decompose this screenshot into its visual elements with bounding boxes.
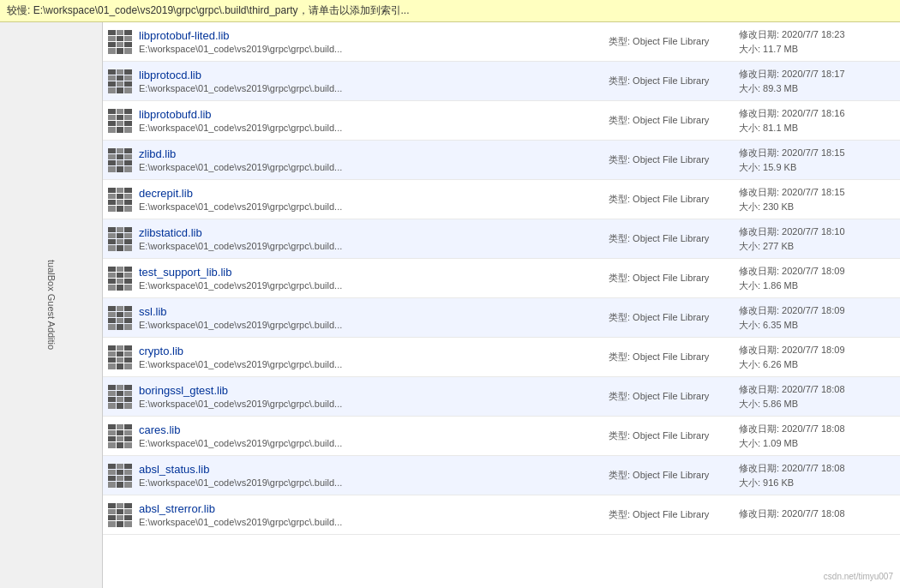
file-name[interactable]: crypto.lib (139, 345, 602, 357)
file-info: absl_status.libE:\workspace\01_code\vs20… (139, 463, 602, 488)
file-path: E:\workspace\01_code\vs2019\grpc\grpc\.b… (139, 123, 602, 133)
file-date: 修改日期: 2020/7/7 18:09 (739, 344, 893, 357)
file-name[interactable]: cares.lib (139, 423, 602, 436)
file-meta: 修改日期: 2020/7/7 18:15大小: 15.9 KB (739, 147, 893, 174)
file-path: E:\workspace\01_code\vs2019\grpc\grpc\.b… (139, 241, 602, 251)
file-name[interactable]: test_support_lib.lib (139, 266, 602, 279)
file-meta: 修改日期: 2020/7/7 18:09大小: 6.35 MB (739, 304, 893, 332)
file-meta: 修改日期: 2020/7/7 18:08大小: 1.09 MB (739, 423, 893, 450)
file-row[interactable]: crypto.libE:\workspace\01_code\vs2019\gr… (103, 338, 900, 377)
file-name[interactable]: absl_strerror.lib (139, 502, 602, 515)
file-name[interactable]: libprotocd.lib (139, 69, 602, 81)
file-row[interactable]: libprotobuf-lited.libE:\workspace\01_cod… (103, 22, 900, 62)
file-row[interactable]: libprotobufd.libE:\workspace\01_code\vs2… (103, 101, 900, 141)
file-date: 修改日期: 2020/7/7 18:15 (739, 147, 893, 159)
file-size: 大小: 230 KB (739, 201, 893, 213)
file-name[interactable]: decrepit.lib (139, 187, 602, 200)
file-type: 类型: Object File Library (602, 429, 739, 442)
file-icon (106, 345, 134, 369)
file-name[interactable]: zlibd.lib (139, 147, 602, 160)
file-size: 大小: 916 KB (739, 477, 893, 489)
file-name[interactable]: boringssl_gtest.lib (139, 384, 602, 397)
file-date: 修改日期: 2020/7/7 18:15 (739, 186, 893, 199)
file-icon (106, 385, 134, 409)
file-name[interactable]: libprotobuf-lited.lib (139, 29, 602, 42)
file-date: 修改日期: 2020/7/7 18:16 (739, 107, 893, 120)
file-type: 类型: Object File Library (602, 35, 739, 48)
file-row[interactable]: boringssl_gtest.libE:\workspace\01_code\… (103, 377, 900, 417)
file-row[interactable]: absl_strerror.libE:\workspace\01_code\vs… (103, 495, 900, 535)
index-notification-bar[interactable]: 较慢: E:\workspace\01_code\vs2019\grpc\grp… (0, 0, 900, 22)
file-name[interactable]: absl_status.lib (139, 463, 602, 476)
file-path: E:\workspace\01_code\vs2019\grpc\grpc\.b… (139, 320, 602, 330)
file-meta: 修改日期: 2020/7/7 18:10大小: 277 KB (739, 225, 893, 253)
file-path: E:\workspace\01_code\vs2019\grpc\grpc\.b… (139, 162, 602, 172)
file-name[interactable]: zlibstaticd.lib (139, 226, 602, 239)
file-date: 修改日期: 2020/7/7 18:23 (739, 28, 893, 41)
file-row[interactable]: zlibd.libE:\workspace\01_code\vs2019\grp… (103, 141, 900, 180)
file-meta: 修改日期: 2020/7/7 18:08大小: 916 KB (739, 462, 893, 489)
file-type: 类型: Object File Library (602, 232, 739, 245)
file-icon (106, 109, 134, 133)
file-icon (106, 424, 134, 448)
file-row[interactable]: ssl.libE:\workspace\01_code\vs2019\grpc\… (103, 298, 900, 338)
file-meta: 修改日期: 2020/7/7 18:08大小: 5.86 MB (739, 383, 893, 411)
file-icon (106, 267, 134, 291)
file-type: 类型: Object File Library (602, 311, 739, 324)
file-name[interactable]: ssl.lib (139, 305, 602, 318)
file-meta: 修改日期: 2020/7/7 18:08 (739, 507, 893, 522)
file-info: libprotocd.libE:\workspace\01_code\vs201… (139, 69, 602, 93)
file-list-container[interactable]: libprotobuf-lited.libE:\workspace\01_cod… (103, 22, 900, 588)
file-row[interactable]: libprotocd.libE:\workspace\01_code\vs201… (103, 62, 900, 101)
file-name[interactable]: libprotobufd.lib (139, 108, 602, 121)
file-icon (106, 227, 134, 251)
file-row[interactable]: absl_status.libE:\workspace\01_code\vs20… (103, 456, 900, 495)
file-icon (106, 69, 134, 93)
file-date: 修改日期: 2020/7/7 18:08 (739, 462, 893, 475)
notification-text: 较慢: E:\workspace\01_code\vs2019\grpc\grp… (7, 4, 410, 16)
file-info: libprotobufd.libE:\workspace\01_code\vs2… (139, 108, 602, 133)
file-date: 修改日期: 2020/7/7 18:08 (739, 507, 893, 520)
file-size: 大小: 11.7 MB (739, 43, 893, 56)
file-info: ssl.libE:\workspace\01_code\vs2019\grpc\… (139, 305, 602, 330)
file-info: crypto.libE:\workspace\01_code\vs2019\gr… (139, 345, 602, 369)
file-date: 修改日期: 2020/7/7 18:08 (739, 423, 893, 435)
file-type: 类型: Object File Library (602, 469, 739, 482)
file-icon (106, 148, 134, 172)
file-type: 类型: Object File Library (602, 75, 739, 87)
file-meta: 修改日期: 2020/7/7 18:17大小: 89.3 MB (739, 68, 893, 95)
file-info: test_support_lib.libE:\workspace\01_code… (139, 266, 602, 291)
left-panel-label: tualBox Guest Additio (46, 260, 57, 350)
file-type: 类型: Object File Library (602, 508, 739, 521)
file-row[interactable]: decrepit.libE:\workspace\01_code\vs2019\… (103, 180, 900, 219)
file-type: 类型: Object File Library (602, 351, 739, 363)
file-date: 修改日期: 2020/7/7 18:10 (739, 225, 893, 238)
file-icon (106, 188, 134, 212)
file-meta: 修改日期: 2020/7/7 18:09大小: 6.26 MB (739, 344, 893, 371)
file-size: 大小: 6.26 MB (739, 358, 893, 371)
file-path: E:\workspace\01_code\vs2019\grpc\grpc\.b… (139, 44, 602, 54)
file-path: E:\workspace\01_code\vs2019\grpc\grpc\.b… (139, 399, 602, 409)
file-date: 修改日期: 2020/7/7 18:17 (739, 68, 893, 81)
file-info: libprotobuf-lited.libE:\workspace\01_cod… (139, 29, 602, 54)
file-row[interactable]: zlibstaticd.libE:\workspace\01_code\vs20… (103, 219, 900, 259)
file-info: cares.libE:\workspace\01_code\vs2019\grp… (139, 423, 602, 448)
file-icon (106, 464, 134, 488)
file-type: 类型: Object File Library (602, 114, 739, 127)
file-size: 大小: 89.3 MB (739, 82, 893, 95)
file-path: E:\workspace\01_code\vs2019\grpc\grpc\.b… (139, 83, 602, 93)
file-meta: 修改日期: 2020/7/7 18:16大小: 81.1 MB (739, 107, 893, 135)
file-info: absl_strerror.libE:\workspace\01_code\vs… (139, 502, 602, 527)
file-type: 类型: Object File Library (602, 390, 739, 403)
file-icon (106, 306, 134, 330)
file-row[interactable]: cares.libE:\workspace\01_code\vs2019\grp… (103, 417, 900, 456)
file-row[interactable]: test_support_lib.libE:\workspace\01_code… (103, 259, 900, 298)
file-info: decrepit.libE:\workspace\01_code\vs2019\… (139, 187, 602, 212)
file-size: 大小: 1.86 MB (739, 279, 893, 292)
file-type: 类型: Object File Library (602, 193, 739, 206)
file-size: 大小: 15.9 KB (739, 161, 893, 174)
file-icon (106, 503, 134, 527)
file-path: E:\workspace\01_code\vs2019\grpc\grpc\.b… (139, 280, 602, 291)
file-info: zlibd.libE:\workspace\01_code\vs2019\grp… (139, 147, 602, 172)
file-meta: 修改日期: 2020/7/7 18:09大小: 1.86 MB (739, 265, 893, 292)
